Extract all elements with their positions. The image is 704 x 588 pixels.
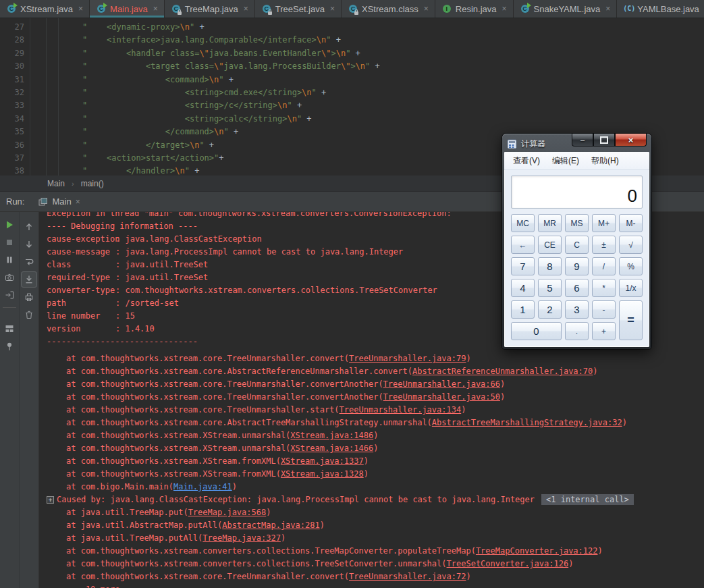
calc-key--[interactable]: - bbox=[592, 300, 616, 319]
stacktrace-link[interactable]: Main.java:41 bbox=[173, 482, 232, 491]
calc-key-0[interactable]: 0 bbox=[511, 322, 562, 340]
print-button[interactable] bbox=[22, 290, 36, 304]
line-number: 38 bbox=[0, 165, 24, 176]
calc-key-1/x[interactable]: 1/x bbox=[619, 279, 643, 297]
calc-key-MS[interactable]: MS bbox=[565, 214, 589, 232]
calc-key-CE[interactable]: CE bbox=[538, 236, 562, 254]
stacktrace-link[interactable]: TreeUnmarshaller.java:66 bbox=[383, 379, 500, 389]
calc-key-√[interactable]: √ bbox=[619, 236, 643, 254]
stacktrace-link[interactable]: XStream.java:1337 bbox=[281, 456, 364, 466]
tab-close-icon[interactable]: × bbox=[605, 4, 610, 14]
maximize-button[interactable] bbox=[593, 134, 615, 146]
calc-key-1[interactable]: 1 bbox=[511, 300, 535, 319]
stacktrace-link[interactable]: TreeMap.java:568 bbox=[188, 508, 267, 517]
breadcrumb-method[interactable]: main() bbox=[81, 179, 104, 188]
stacktrace-link[interactable]: AbstractTreeMarshallingStrategy.java:32 bbox=[432, 418, 622, 427]
calc-key-±[interactable]: ± bbox=[592, 236, 616, 254]
stacktrace-link[interactable]: TreeUnmarshaller.java:79 bbox=[349, 354, 466, 363]
calculator-window[interactable]: 计算器 – × 查看(V) 编辑(E) 帮助(H) 0 MCMRMSM+M-←C… bbox=[502, 134, 651, 349]
toolbar-separator bbox=[3, 307, 16, 308]
calc-key-←[interactable]: ← bbox=[511, 236, 535, 254]
screenshot-button[interactable] bbox=[2, 270, 17, 285]
calc-key-C[interactable]: C bbox=[565, 236, 589, 254]
calc-key-MR[interactable]: MR bbox=[538, 214, 562, 232]
code-line: 33" <string>/c</string>\n" + bbox=[0, 99, 704, 112]
stacktrace-link[interactable]: TreeUnmarshaller.java:134 bbox=[340, 405, 462, 415]
stacktrace-link[interactable]: XStream.java:1466 bbox=[290, 444, 373, 453]
restore-layout-button[interactable] bbox=[2, 321, 17, 336]
stacktrace-link[interactable]: XStream.java:1486 bbox=[290, 431, 373, 440]
calc-key-4[interactable]: 4 bbox=[511, 279, 535, 297]
tab-close-icon[interactable]: × bbox=[502, 4, 507, 14]
calc-key-7[interactable]: 7 bbox=[511, 257, 535, 275]
tab-close-icon[interactable]: × bbox=[424, 4, 429, 14]
menu-view[interactable]: 查看(V) bbox=[507, 154, 546, 168]
stacktrace-link[interactable]: XStream.java:1328 bbox=[281, 469, 364, 479]
minimize-button[interactable]: – bbox=[572, 134, 593, 146]
calc-key-%[interactable]: % bbox=[619, 257, 643, 275]
calc-key-8[interactable]: 8 bbox=[538, 257, 562, 275]
calc-key-3[interactable]: 3 bbox=[565, 300, 589, 319]
run-tab-main[interactable]: Main × bbox=[38, 196, 80, 207]
editor-tab-XStream.java[interactable]: CXStream.java× bbox=[0, 0, 90, 18]
calc-key-9[interactable]: 9 bbox=[565, 257, 589, 275]
down-stack-button[interactable] bbox=[22, 237, 36, 252]
tab-close-icon[interactable]: × bbox=[330, 4, 335, 14]
exit-button[interactable] bbox=[2, 288, 17, 302]
calc-key-5[interactable]: 5 bbox=[538, 279, 562, 297]
editor-tab-SnakeYAML.java[interactable]: CSnakeYAML.java× bbox=[514, 0, 618, 18]
soft-wrap-button[interactable] bbox=[22, 255, 36, 269]
code-text: " </target>\n" + bbox=[82, 139, 214, 152]
calc-key-*[interactable]: * bbox=[592, 279, 616, 297]
console-line: at com.thoughtworks.xstream.converters.c… bbox=[47, 558, 704, 570]
calc-key-2[interactable]: 2 bbox=[538, 300, 562, 319]
stacktrace-link[interactable]: AbstractMap.java:281 bbox=[222, 520, 320, 530]
run-tab-close-icon[interactable]: × bbox=[76, 197, 80, 207]
tab-close-icon[interactable]: × bbox=[78, 4, 83, 14]
tab-close-icon[interactable]: × bbox=[153, 4, 158, 14]
rerun-button[interactable] bbox=[2, 217, 17, 232]
calc-key-/[interactable]: / bbox=[592, 257, 616, 275]
editor-tab-YAMLBase.java[interactable]: (C)YAMLBase.java× bbox=[617, 0, 704, 18]
stacktrace-link[interactable]: TreeMap.java:327 bbox=[202, 533, 281, 543]
expand-icon[interactable]: + bbox=[47, 496, 54, 504]
editor-tab-TreeSet.java[interactable]: CTreeSet.java× bbox=[255, 0, 342, 18]
clear-button[interactable] bbox=[22, 307, 36, 322]
calculator-titlebar[interactable]: 计算器 – × bbox=[504, 136, 649, 152]
calc-key-M+[interactable]: M+ bbox=[592, 214, 616, 232]
calculator-display: 0 bbox=[511, 176, 643, 209]
restore-layout-icon bbox=[4, 323, 15, 334]
debug-key: converter-type bbox=[47, 284, 115, 297]
menu-edit[interactable]: 编辑(E) bbox=[546, 154, 585, 168]
calc-key-=[interactable]: = bbox=[619, 300, 643, 340]
stacktrace-link[interactable]: TreeMapConverter.java:122 bbox=[476, 546, 598, 556]
calc-key-MC[interactable]: MC bbox=[511, 214, 535, 232]
stop-icon bbox=[4, 237, 15, 248]
pause-button[interactable] bbox=[2, 252, 17, 267]
stacktrace-link[interactable]: AbstractReferenceUnmarshaller.java:70 bbox=[412, 367, 593, 376]
editor-tab-Main.java[interactable]: CMain.java× bbox=[90, 0, 165, 18]
tab-close-icon[interactable]: × bbox=[244, 4, 248, 14]
breadcrumb-class[interactable]: Main bbox=[47, 179, 65, 188]
pin-button[interactable] bbox=[2, 339, 17, 354]
stacktrace-link[interactable]: TreeUnmarshaller.java:72 bbox=[349, 572, 466, 581]
run-toolbar bbox=[0, 212, 39, 588]
calc-key-6[interactable]: 6 bbox=[565, 279, 589, 297]
editor-tab-XStream.class[interactable]: CXStream.class× bbox=[342, 0, 435, 18]
editor-tab-TreeMap.java[interactable]: CTreeMap.java× bbox=[165, 0, 255, 18]
close-button[interactable]: × bbox=[615, 134, 647, 146]
console-line: at com.thoughtworks.xstream.core.TreeUnm… bbox=[47, 570, 704, 583]
calc-key-+[interactable]: + bbox=[592, 322, 616, 340]
stacktrace-link[interactable]: TreeUnmarshaller.java:50 bbox=[383, 392, 500, 402]
console-icon bbox=[38, 197, 48, 207]
menu-help[interactable]: 帮助(H) bbox=[585, 154, 625, 168]
code-line: 31" <command>\n" + bbox=[0, 74, 704, 86]
calc-key-M-[interactable]: M- bbox=[619, 214, 643, 232]
scroll-to-end-button[interactable] bbox=[22, 272, 36, 287]
calc-key-.[interactable]: . bbox=[565, 322, 589, 340]
line-number: 34 bbox=[0, 113, 24, 126]
up-stack-button[interactable] bbox=[22, 219, 36, 234]
stacktrace-link[interactable]: TreeSetConverter.java:126 bbox=[447, 559, 569, 568]
editor-tab-Resin.java[interactable]: IResin.java× bbox=[435, 0, 514, 18]
stop-button[interactable] bbox=[2, 235, 17, 250]
